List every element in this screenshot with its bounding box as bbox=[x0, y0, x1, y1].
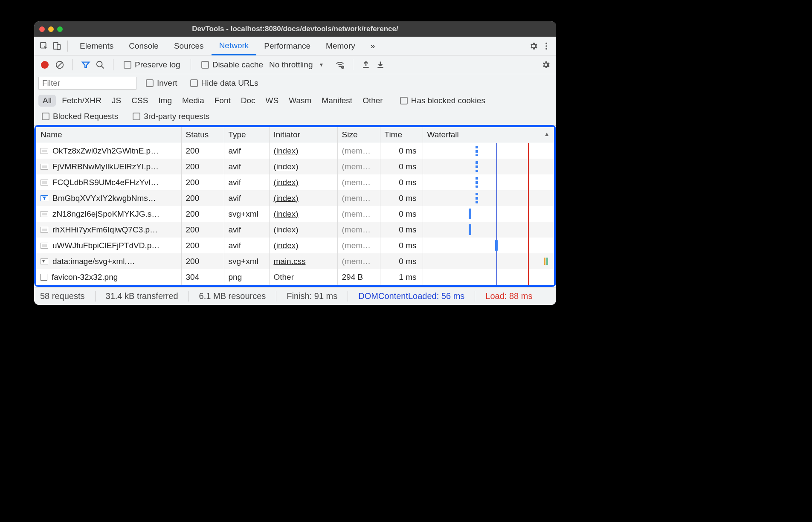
disable-cache-label: Disable cache bbox=[212, 60, 263, 70]
more-tabs-button[interactable]: » bbox=[363, 37, 383, 55]
type-filter-manifest[interactable]: Manifest bbox=[317, 95, 357, 107]
requests-table: Name Status Type Initiator Size Time Wat… bbox=[36, 127, 554, 285]
request-initiator[interactable]: (index) bbox=[269, 222, 337, 238]
table-row[interactable]: favicon-32x32.png304pngOther294 B1 ms bbox=[36, 269, 554, 285]
table-row[interactable]: zN18ngzI6ejSpoKMYKJG.s…200svg+xml(index)… bbox=[36, 206, 554, 222]
record-button[interactable] bbox=[41, 61, 49, 69]
status-resources: 6.1 MB resources bbox=[199, 291, 266, 301]
import-har-icon[interactable] bbox=[360, 59, 372, 71]
table-row[interactable]: rhXHHi7yxFm6IqiwQ7C3.p…200avif(index)(me… bbox=[36, 222, 554, 238]
table-row[interactable]: BmGbqXVYxIY2kwgbNms…200avif(index)(mem…0… bbox=[36, 190, 554, 206]
request-waterfall bbox=[423, 190, 554, 206]
type-filter-media[interactable]: Media bbox=[178, 95, 209, 107]
type-filter-css[interactable]: CSS bbox=[127, 95, 152, 107]
tab-memory[interactable]: Memory bbox=[318, 37, 363, 55]
request-time: 0 ms bbox=[380, 159, 423, 174]
table-row[interactable]: OkTz8xZwi0zVh2GWltnE.p…200avif(index)(me… bbox=[36, 143, 554, 159]
col-size[interactable]: Size bbox=[337, 127, 380, 143]
window-controls bbox=[39, 26, 63, 32]
tab-console[interactable]: Console bbox=[121, 37, 166, 55]
request-initiator[interactable]: (index) bbox=[269, 159, 337, 174]
request-initiator[interactable]: (index) bbox=[269, 143, 337, 159]
svg-point-4 bbox=[545, 45, 547, 47]
network-settings-gear-icon[interactable] bbox=[540, 59, 552, 71]
svg-line-9 bbox=[102, 66, 104, 68]
settings-gear-icon[interactable] bbox=[527, 40, 540, 52]
tab-performance[interactable]: Performance bbox=[256, 37, 318, 55]
status-requests: 58 requests bbox=[40, 291, 85, 301]
third-party-requests-checkbox[interactable]: 3rd-party requests bbox=[133, 112, 209, 121]
request-initiator[interactable]: (index) bbox=[269, 206, 337, 222]
inspect-element-icon[interactable] bbox=[38, 40, 50, 52]
network-conditions-icon[interactable] bbox=[334, 59, 346, 71]
type-filter-fetch-xhr[interactable]: Fetch/XHR bbox=[58, 95, 106, 107]
request-size: (mem… bbox=[337, 174, 380, 190]
type-filter-ws[interactable]: WS bbox=[261, 95, 283, 107]
type-filter-wasm[interactable]: Wasm bbox=[284, 95, 316, 107]
request-initiator: Other bbox=[269, 269, 337, 285]
request-initiator[interactable]: (index) bbox=[269, 238, 337, 253]
table-row[interactable]: data:image/svg+xml,…200svg+xmlmain.css(m… bbox=[36, 253, 554, 269]
file-type-icon bbox=[41, 164, 48, 170]
tab-sources[interactable]: Sources bbox=[166, 37, 212, 55]
request-time: 0 ms bbox=[380, 238, 423, 253]
request-waterfall bbox=[423, 222, 554, 238]
tab-elements[interactable]: Elements bbox=[72, 37, 121, 55]
minimize-window-button[interactable] bbox=[48, 26, 54, 32]
tab-network[interactable]: Network bbox=[212, 37, 257, 55]
filter-input[interactable] bbox=[38, 77, 136, 90]
type-filter-other[interactable]: Other bbox=[358, 95, 387, 107]
filter-toggle-icon[interactable] bbox=[80, 59, 92, 71]
file-type-icon bbox=[41, 195, 48, 201]
status-finish: Finish: 91 ms bbox=[287, 291, 337, 301]
request-name: favicon-32x32.png bbox=[52, 273, 118, 282]
request-initiator[interactable]: main.css bbox=[269, 253, 337, 269]
request-status: 200 bbox=[181, 174, 224, 190]
device-toolbar-icon[interactable] bbox=[50, 40, 63, 52]
throttling-dropdown[interactable]: No throttling ▼ bbox=[269, 60, 331, 70]
type-filter-js[interactable]: JS bbox=[107, 95, 125, 107]
status-load: Load: 88 ms bbox=[485, 291, 532, 301]
col-waterfall[interactable]: Waterfall▲ bbox=[423, 127, 554, 143]
table-row[interactable]: FjVMRBNwMyIlkUElRzYI.p…200avif(index)(me… bbox=[36, 159, 554, 174]
table-row[interactable]: uWWJfuFbpiClEFjPTdVD.p…200avif(index)(me… bbox=[36, 238, 554, 253]
type-filter-img[interactable]: Img bbox=[154, 95, 176, 107]
kebab-menu-icon[interactable] bbox=[540, 40, 553, 52]
request-name: zN18ngzI6ejSpoKMYKJG.s… bbox=[52, 209, 160, 219]
svg-rect-11 bbox=[363, 67, 369, 68]
col-initiator[interactable]: Initiator bbox=[269, 127, 337, 143]
request-type: svg+xml bbox=[224, 206, 269, 222]
maximize-window-button[interactable] bbox=[57, 26, 63, 32]
request-size: (mem… bbox=[337, 143, 380, 159]
request-time: 0 ms bbox=[380, 222, 423, 238]
type-filter-font[interactable]: Font bbox=[210, 95, 235, 107]
search-icon[interactable] bbox=[94, 59, 106, 71]
request-type: avif bbox=[224, 238, 269, 253]
col-status[interactable]: Status bbox=[181, 127, 224, 143]
has-blocked-cookies-checkbox[interactable]: Has blocked cookies bbox=[400, 96, 485, 105]
more-filters-row: Blocked Requests 3rd-party requests bbox=[34, 109, 556, 126]
request-name: uWWJfuFbpiClEFjPTdVD.p… bbox=[52, 241, 160, 250]
blocked-requests-label: Blocked Requests bbox=[53, 112, 118, 121]
file-type-icon bbox=[41, 148, 48, 154]
type-filter-doc[interactable]: Doc bbox=[237, 95, 260, 107]
clear-button[interactable] bbox=[54, 59, 66, 71]
col-name[interactable]: Name bbox=[36, 127, 181, 143]
table-row[interactable]: FCQLdbRS9UMc4eFHzYvI…200avif(index)(mem…… bbox=[36, 174, 554, 190]
table-header-row: Name Status Type Initiator Size Time Wat… bbox=[36, 127, 554, 143]
col-time[interactable]: Time bbox=[380, 127, 423, 143]
request-name: rhXHHi7yxFm6IqiwQ7C3.p… bbox=[52, 225, 158, 235]
col-type[interactable]: Type bbox=[224, 127, 269, 143]
preserve-log-checkbox[interactable]: Preserve log bbox=[124, 60, 180, 70]
request-name: FjVMRBNwMyIlkUElRzYI.p… bbox=[52, 162, 159, 171]
request-initiator[interactable]: (index) bbox=[269, 190, 337, 206]
export-har-icon[interactable] bbox=[374, 59, 386, 71]
disable-cache-checkbox[interactable]: Disable cache bbox=[201, 60, 263, 70]
type-filter-all[interactable]: All bbox=[38, 95, 56, 107]
hide-data-urls-checkbox[interactable]: Hide data URLs bbox=[190, 78, 258, 88]
divider bbox=[113, 59, 113, 70]
request-initiator[interactable]: (index) bbox=[269, 174, 337, 190]
close-window-button[interactable] bbox=[39, 26, 45, 32]
invert-checkbox[interactable]: Invert bbox=[146, 78, 177, 88]
blocked-requests-checkbox[interactable]: Blocked Requests bbox=[42, 112, 118, 121]
